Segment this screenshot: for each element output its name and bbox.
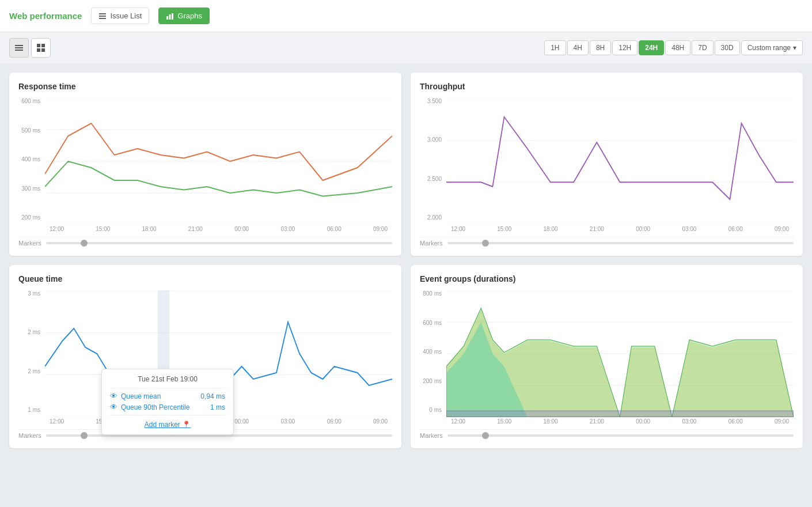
svg-rect-6 [15, 45, 23, 46]
svg-rect-8 [15, 50, 23, 51]
event-groups-title: Event groups (durations) [420, 274, 794, 283]
svg-rect-4 [169, 14, 171, 20]
response-time-markers: Markers [18, 237, 392, 247]
svg-rect-9 [37, 44, 40, 47]
svg-rect-0 [99, 13, 106, 14]
svg-rect-11 [37, 48, 40, 52]
svg-rect-3 [166, 16, 168, 20]
issue-list-button[interactable]: Issue List [91, 7, 149, 24]
markers-handle-4[interactable] [482, 432, 489, 439]
throughput-chart [446, 98, 794, 225]
time-7d[interactable]: 7D [692, 40, 713, 55]
app-title: Web performance [9, 11, 82, 21]
time-range-buttons: 1H 4H 8H 12H 24H 48H 7D 30D Custom range… [544, 40, 803, 55]
time-8h[interactable]: 8H [590, 40, 611, 55]
markers-handle-3[interactable] [81, 432, 88, 439]
markers-handle-2[interactable] [482, 240, 489, 247]
throughput-markers: Markers [420, 237, 794, 247]
list-view-icon [15, 44, 23, 52]
list-view-button[interactable] [9, 38, 29, 58]
eye-icon-2: 👁 [110, 403, 117, 411]
queue-time-y-axis: 3 ms 2 ms 2 ms 1 ms [18, 290, 43, 425]
queue-time-card: Queue time 3 ms 2 ms 2 ms 1 ms [9, 265, 401, 448]
time-4h[interactable]: 4H [567, 40, 589, 55]
queue-time-title: Queue time [18, 274, 392, 283]
svg-marker-34 [446, 308, 794, 417]
svg-rect-10 [41, 44, 45, 47]
eye-icon-1: 👁 [110, 392, 117, 400]
tooltip-row-percentile: 👁 Queue 90th Percentile 1 ms [110, 403, 225, 411]
throughput-x-axis: 12:00 15:00 18:00 21:00 00:00 03:00 06:0… [446, 226, 794, 232]
charts-grid: Response time 600 ms 500 ms 400 ms 300 m… [0, 63, 812, 457]
time-30d[interactable]: 30D [715, 40, 740, 55]
throughput-y-axis: 3.500 3.000 2.500 2.000 [420, 98, 444, 232]
markers-slider-1[interactable] [46, 242, 392, 244]
event-groups-markers: Markers [420, 429, 794, 439]
throughput-card: Throughput 3.500 3.000 2.500 2.000 [411, 73, 803, 256]
list-icon [98, 12, 107, 20]
event-groups-card: Event groups (durations) 800 ms 600 ms 4… [411, 265, 803, 448]
chart-icon [166, 12, 174, 20]
response-time-y-axis: 600 ms 500 ms 400 ms 300 ms 200 ms [18, 98, 43, 232]
markers-slider-4[interactable] [447, 434, 794, 437]
response-time-x-axis: 12:00 15:00 18:00 21:00 00:00 03:00 06:0… [45, 226, 392, 232]
response-time-title: Response time [18, 82, 392, 91]
header: Web performance Issue List Graphs [0, 0, 812, 32]
markers-handle-1[interactable] [81, 240, 88, 247]
marker-pin-icon: 📍 [182, 421, 191, 429]
time-1h[interactable]: 1H [544, 40, 566, 55]
chart-tooltip: Tue 21st Feb 19:00 👁 Queue mean 0,94 ms … [101, 369, 234, 435]
time-12h[interactable]: 12H [612, 40, 638, 55]
tooltip-date: Tue 21st Feb 19:00 [110, 375, 225, 383]
tooltip-add-marker[interactable]: Add marker 📍 [110, 420, 225, 429]
add-marker-link[interactable]: Add marker 📍 [145, 421, 191, 429]
event-groups-chart [446, 290, 794, 417]
svg-rect-1 [99, 16, 106, 17]
chevron-down-icon: ▾ [793, 44, 796, 52]
time-24h[interactable]: 24H [639, 40, 664, 55]
grid-view-icon [37, 44, 45, 52]
svg-rect-5 [172, 13, 173, 20]
event-groups-x-axis: 12:00 15:00 18:00 21:00 00:00 03:00 06:0… [446, 418, 794, 425]
view-buttons [9, 38, 51, 58]
svg-rect-2 [99, 18, 106, 19]
svg-marker-35 [446, 411, 794, 417]
response-time-chart [45, 98, 392, 225]
svg-rect-12 [41, 48, 45, 52]
graphs-button[interactable]: Graphs [158, 7, 210, 24]
svg-rect-7 [15, 47, 23, 48]
toolbar: 1H 4H 8H 12H 24H 48H 7D 30D Custom range… [0, 32, 812, 63]
throughput-title: Throughput [420, 82, 794, 91]
time-48h[interactable]: 48H [665, 40, 690, 55]
grid-view-button[interactable] [31, 38, 51, 58]
markers-slider-2[interactable] [447, 242, 794, 244]
tooltip-row-mean: 👁 Queue mean 0,94 ms [110, 392, 225, 400]
response-time-card: Response time 600 ms 500 ms 400 ms 300 m… [9, 73, 401, 256]
event-groups-y-axis: 800 ms 600 ms 400 ms 200 ms 0 ms [420, 290, 444, 425]
custom-range-button[interactable]: Custom range ▾ [741, 40, 803, 55]
